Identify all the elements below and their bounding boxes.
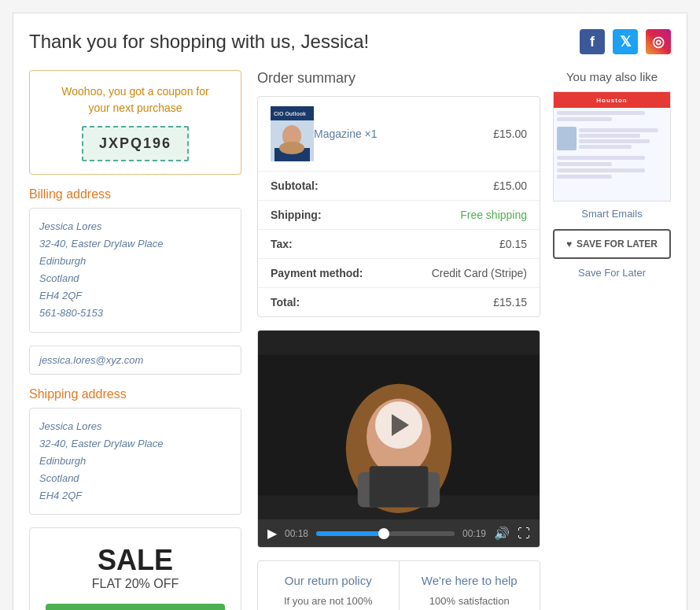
page-title: Thank you for shopping with us, Jessica! <box>29 31 369 53</box>
instagram-icon[interactable]: ◎ <box>646 29 671 54</box>
shipping-address: Jessica Lores 32-40, Easter Drylaw Place… <box>29 408 241 515</box>
billing-section: Billing address Jessica Lores 32-40, Eas… <box>29 187 241 375</box>
coupon-code[interactable]: JXPQ196 <box>82 126 189 161</box>
also-like-sidebar: You may also like Houston <box>553 70 671 610</box>
progress-thumb <box>378 528 389 539</box>
shipping-title: Shipping address <box>29 387 241 401</box>
svg-point-3 <box>279 142 304 154</box>
payment-row: Payment method: Credit Card (Stripe) <box>258 259 540 288</box>
coupon-box: Woohoo, you got a coupon for your next p… <box>29 70 241 175</box>
order-item-price: £15.00 <box>493 128 527 140</box>
save-later-label: Save For Later <box>553 267 671 279</box>
progress-fill <box>316 531 385 536</box>
also-like-product-label: Smart Emails <box>553 208 671 220</box>
also-like-image[interactable]: Houston <box>553 91 671 201</box>
volume-icon[interactable]: 🔊 <box>494 526 510 541</box>
sale-subtitle: FLAT 20% OFF <box>46 577 225 591</box>
billing-title: Billing address <box>29 187 241 201</box>
return-policy-title: Our return policy <box>271 574 386 587</box>
save-later-button[interactable]: ♥ SAVE FOR LATER <box>553 229 671 259</box>
order-item-link[interactable]: Magazine ×1 <box>314 128 378 140</box>
order-item-name: Magazine ×1 <box>314 128 493 140</box>
also-like-title: You may also like <box>553 70 671 83</box>
sale-box: SALE FLAT 20% OFF Shop Now » <box>29 527 241 610</box>
order-item-row: CIO Outlook <box>258 97 540 172</box>
help-col: We're here to help 100% satisfaction gua… <box>400 561 540 610</box>
tax-row: Tax: £0.15 <box>258 230 540 259</box>
return-policy-col: Our return policy If you are not 100% sa… <box>258 561 400 610</box>
play-button[interactable] <box>375 401 422 449</box>
help-title: We're here to help <box>412 574 528 587</box>
magazine-cover-image: CIO Outlook <box>271 106 314 161</box>
billing-email: jessica.lores@xyz.com <box>29 346 241 375</box>
coupon-text: Woohoo, you got a coupon for your next p… <box>42 83 228 116</box>
video-controls: ▶ 00:18 00:19 🔊 ⛶ <box>258 519 540 547</box>
progress-bar[interactable] <box>316 531 455 536</box>
help-text: 100% satisfaction guaranteed. Questions?… <box>412 593 528 610</box>
billing-address: Jessica Lores 32-40, Easter Drylaw Place… <box>29 208 241 333</box>
shipping-row: Shipping: Free shipping <box>258 201 540 230</box>
svg-rect-8 <box>370 466 429 507</box>
time-current: 00:18 <box>285 528 308 539</box>
facebook-icon[interactable]: f <box>580 29 605 54</box>
video-player[interactable]: ▶ 00:18 00:19 🔊 ⛶ <box>257 330 540 548</box>
play-pause-button[interactable]: ▶ <box>267 526 277 541</box>
total-row: Total: £15.15 <box>258 288 540 316</box>
shop-now-button[interactable]: Shop Now » <box>46 604 225 610</box>
shipping-section: Shipping address Jessica Lores 32-40, Ea… <box>29 387 241 515</box>
subtotal-row: Subtotal: £15.00 <box>258 172 540 201</box>
time-end: 00:19 <box>462 528 486 539</box>
order-summary-box: CIO Outlook <box>257 96 540 317</box>
return-policy-text: If you are not 100% satisfied with your … <box>271 593 386 610</box>
order-summary-title: Order summary <box>257 70 540 87</box>
fullscreen-icon[interactable]: ⛶ <box>518 527 530 541</box>
sale-title: SALE <box>46 544 225 577</box>
policy-row: Our return policy If you are not 100% sa… <box>257 560 540 610</box>
twitter-icon[interactable]: 𝕏 <box>613 29 638 54</box>
heart-icon: ♥ <box>566 238 572 250</box>
